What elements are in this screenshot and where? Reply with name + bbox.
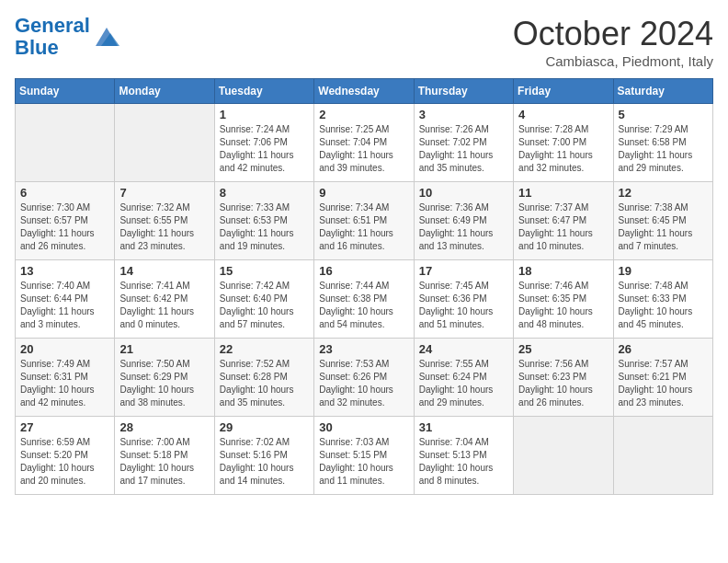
calendar-cell: 28Sunrise: 7:00 AMSunset: 5:18 PMDayligh… [115,417,214,495]
day-number: 8 [220,186,309,200]
cell-content: Sunrise: 7:03 AMSunset: 5:15 PMDaylight:… [319,436,408,488]
weekday-header: Wednesday [314,79,414,104]
calendar-cell: 19Sunrise: 7:48 AMSunset: 6:33 PMDayligh… [613,260,712,339]
cell-content: Sunrise: 6:59 AMSunset: 5:20 PMDaylight:… [20,436,109,488]
day-number: 20 [20,342,109,356]
weekday-header: Monday [115,79,214,104]
day-number: 2 [319,108,408,121]
day-number: 13 [20,264,109,278]
cell-content: Sunrise: 7:32 AMSunset: 6:55 PMDaylight:… [119,201,209,253]
cell-content: Sunrise: 7:36 AMSunset: 6:49 PMDaylight:… [419,201,508,253]
day-number: 22 [220,342,309,356]
calendar-cell: 27Sunrise: 6:59 AMSunset: 5:20 PMDayligh… [16,417,115,495]
cell-content: Sunrise: 7:53 AMSunset: 6:26 PMDaylight:… [319,358,408,409]
calendar-cell [514,417,613,495]
day-number: 17 [419,264,508,278]
cell-content: Sunrise: 7:55 AMSunset: 6:24 PMDaylight:… [419,358,508,409]
day-number: 3 [419,108,508,121]
weekday-header: Sunday [16,79,115,104]
day-number: 9 [319,186,408,200]
day-number: 29 [220,420,309,434]
calendar-cell: 4Sunrise: 7:28 AMSunset: 7:00 PMDaylight… [514,104,613,182]
cell-content: Sunrise: 7:37 AMSunset: 6:47 PMDaylight:… [518,201,608,253]
calendar-cell: 3Sunrise: 7:26 AMSunset: 7:02 PMDaylight… [414,104,513,182]
calendar-cell: 21Sunrise: 7:50 AMSunset: 6:29 PMDayligh… [115,339,214,417]
cell-content: Sunrise: 7:38 AMSunset: 6:45 PMDaylight:… [619,201,708,253]
calendar-cell [613,417,712,495]
cell-content: Sunrise: 7:57 AMSunset: 6:21 PMDaylight:… [619,358,708,409]
cell-content: Sunrise: 7:02 AMSunset: 5:16 PMDaylight:… [220,436,309,488]
calendar-cell: 25Sunrise: 7:56 AMSunset: 6:23 PMDayligh… [514,339,613,417]
cell-content: Sunrise: 7:42 AMSunset: 6:40 PMDaylight:… [220,280,309,331]
weekday-header: Friday [514,79,613,104]
calendar-cell: 22Sunrise: 7:52 AMSunset: 6:28 PMDayligh… [214,339,313,417]
day-number: 4 [518,108,608,121]
calendar-cell: 11Sunrise: 7:37 AMSunset: 6:47 PMDayligh… [514,182,613,260]
day-number: 28 [119,420,209,434]
cell-content: Sunrise: 7:33 AMSunset: 6:53 PMDaylight:… [220,201,309,253]
calendar-cell: 8Sunrise: 7:33 AMSunset: 6:53 PMDaylight… [214,182,313,260]
logo: GeneralBlue [15,15,121,59]
calendar-cell: 10Sunrise: 7:36 AMSunset: 6:49 PMDayligh… [414,182,513,260]
cell-content: Sunrise: 7:00 AMSunset: 5:18 PMDaylight:… [119,436,209,488]
calendar-cell: 2Sunrise: 7:25 AMSunset: 7:04 PMDaylight… [314,104,414,182]
cell-content: Sunrise: 7:45 AMSunset: 6:36 PMDaylight:… [419,280,508,331]
month-title: October 2024 [513,15,713,53]
calendar-header-row: SundayMondayTuesdayWednesdayThursdayFrid… [16,79,713,104]
day-number: 21 [119,342,209,356]
cell-content: Sunrise: 7:29 AMSunset: 6:58 PMDaylight:… [619,123,708,175]
day-number: 7 [119,186,209,200]
calendar-cell: 17Sunrise: 7:45 AMSunset: 6:36 PMDayligh… [414,260,513,339]
day-number: 1 [220,108,309,121]
logo-icon [92,24,121,50]
cell-content: Sunrise: 7:04 AMSunset: 5:13 PMDaylight:… [419,436,508,488]
cell-content: Sunrise: 7:40 AMSunset: 6:44 PMDaylight:… [20,280,109,331]
day-number: 27 [20,420,109,434]
calendar-cell: 31Sunrise: 7:04 AMSunset: 5:13 PMDayligh… [414,417,513,495]
calendar-cell [115,104,214,182]
cell-content: Sunrise: 7:25 AMSunset: 7:04 PMDaylight:… [319,123,408,175]
cell-content: Sunrise: 7:56 AMSunset: 6:23 PMDaylight:… [518,358,608,409]
cell-content: Sunrise: 7:34 AMSunset: 6:51 PMDaylight:… [319,201,408,253]
day-number: 14 [119,264,209,278]
location: Cambiasca, Piedmont, Italy [513,53,713,69]
calendar-week-row: 13Sunrise: 7:40 AMSunset: 6:44 PMDayligh… [16,260,713,339]
calendar-week-row: 6Sunrise: 7:30 AMSunset: 6:57 PMDaylight… [16,182,713,260]
calendar-cell: 5Sunrise: 7:29 AMSunset: 6:58 PMDaylight… [613,104,712,182]
calendar-cell: 6Sunrise: 7:30 AMSunset: 6:57 PMDaylight… [16,182,115,260]
cell-content: Sunrise: 7:49 AMSunset: 6:31 PMDaylight:… [20,358,109,409]
day-number: 18 [518,264,608,278]
calendar-cell: 26Sunrise: 7:57 AMSunset: 6:21 PMDayligh… [613,339,712,417]
calendar-body: 1Sunrise: 7:24 AMSunset: 7:06 PMDaylight… [16,104,713,495]
calendar-cell [16,104,115,182]
cell-content: Sunrise: 7:30 AMSunset: 6:57 PMDaylight:… [20,201,109,253]
cell-content: Sunrise: 7:26 AMSunset: 7:02 PMDaylight:… [419,123,508,175]
calendar-cell: 12Sunrise: 7:38 AMSunset: 6:45 PMDayligh… [613,182,712,260]
day-number: 19 [619,264,708,278]
calendar-cell: 16Sunrise: 7:44 AMSunset: 6:38 PMDayligh… [314,260,414,339]
weekday-header: Saturday [613,79,712,104]
cell-content: Sunrise: 7:48 AMSunset: 6:33 PMDaylight:… [619,280,708,331]
day-number: 25 [518,342,608,356]
calendar-table: SundayMondayTuesdayWednesdayThursdayFrid… [15,78,713,495]
day-number: 26 [619,342,708,356]
calendar-cell: 23Sunrise: 7:53 AMSunset: 6:26 PMDayligh… [314,339,414,417]
day-number: 12 [619,186,708,200]
day-number: 5 [619,108,708,121]
calendar-cell: 20Sunrise: 7:49 AMSunset: 6:31 PMDayligh… [16,339,115,417]
page-header: GeneralBlue October 2024 Cambiasca, Pied… [15,15,713,69]
day-number: 24 [419,342,508,356]
day-number: 10 [419,186,508,200]
calendar-week-row: 1Sunrise: 7:24 AMSunset: 7:06 PMDaylight… [16,104,713,182]
calendar-cell: 24Sunrise: 7:55 AMSunset: 6:24 PMDayligh… [414,339,513,417]
cell-content: Sunrise: 7:41 AMSunset: 6:42 PMDaylight:… [119,280,209,331]
cell-content: Sunrise: 7:24 AMSunset: 7:06 PMDaylight:… [220,123,309,175]
calendar-cell: 30Sunrise: 7:03 AMSunset: 5:15 PMDayligh… [314,417,414,495]
cell-content: Sunrise: 7:44 AMSunset: 6:38 PMDaylight:… [319,280,408,331]
cell-content: Sunrise: 7:28 AMSunset: 7:00 PMDaylight:… [518,123,608,175]
calendar-cell: 18Sunrise: 7:46 AMSunset: 6:35 PMDayligh… [514,260,613,339]
calendar-cell: 29Sunrise: 7:02 AMSunset: 5:16 PMDayligh… [214,417,313,495]
title-area: October 2024 Cambiasca, Piedmont, Italy [513,15,713,69]
day-number: 6 [20,186,109,200]
calendar-cell: 1Sunrise: 7:24 AMSunset: 7:06 PMDaylight… [214,104,313,182]
